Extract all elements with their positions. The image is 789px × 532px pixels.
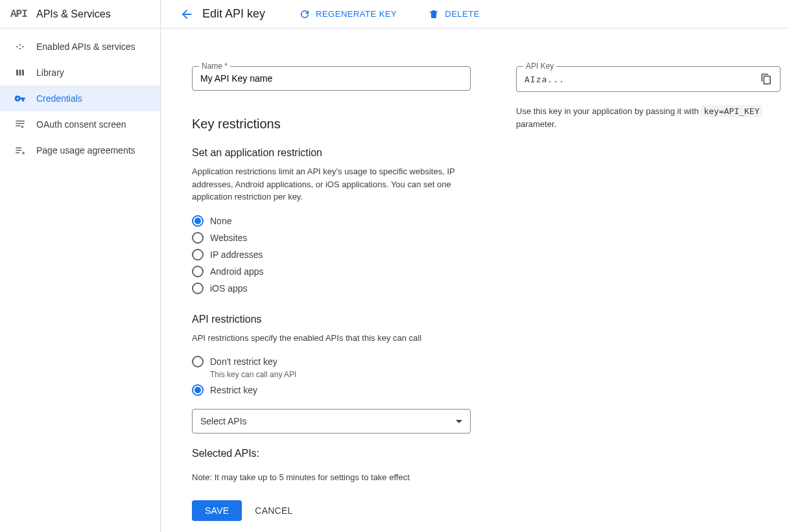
radio-label: iOS apps bbox=[210, 283, 248, 294]
radio-icon bbox=[192, 266, 204, 277]
app-restriction-option-websites[interactable]: Websites bbox=[192, 232, 471, 244]
delete-button[interactable]: DELETE bbox=[420, 3, 488, 25]
select-apis-label: Select APIs bbox=[200, 416, 247, 426]
key-restrictions-heading: Key restrictions bbox=[192, 117, 471, 132]
cancel-button[interactable]: CANCEL bbox=[242, 500, 305, 521]
form-column: Name * Key restrictions Set an applicati… bbox=[192, 61, 471, 532]
api-key-hint: Use this key in your application by pass… bbox=[516, 105, 781, 130]
app-restriction-heading: Set an application restriction bbox=[192, 147, 471, 159]
trash-icon bbox=[428, 8, 440, 20]
sidebar-item-credentials[interactable]: Credentials bbox=[0, 86, 160, 111]
sidebar-nav: Enabled APIs & services Library Credenti… bbox=[0, 29, 160, 163]
radio-icon bbox=[192, 283, 204, 294]
api-restriction-desc: API restrictions specify the enabled API… bbox=[192, 332, 458, 345]
selected-apis-heading: Selected APIs: bbox=[192, 448, 471, 459]
app-restriction-desc: Application restrictions limit an API ke… bbox=[192, 165, 458, 203]
copy-icon bbox=[760, 73, 772, 85]
settings-list-icon bbox=[13, 145, 27, 156]
app-restriction-option-android[interactable]: Android apps bbox=[192, 266, 471, 277]
app-restriction-option-ios[interactable]: iOS apps bbox=[192, 283, 471, 294]
api-logo: API bbox=[10, 8, 32, 20]
regenerate-key-label: REGENERATE KEY bbox=[316, 9, 397, 19]
copy-api-key-button[interactable] bbox=[760, 73, 772, 85]
api-restriction-option-restrict[interactable]: Restrict key bbox=[192, 384, 471, 396]
key-icon bbox=[13, 93, 27, 104]
api-key-hint-post: parameter. bbox=[516, 119, 556, 129]
sidebar-title: APIs & Services bbox=[36, 8, 111, 20]
consent-screen-icon bbox=[13, 119, 27, 130]
radio-icon bbox=[192, 384, 204, 396]
api-key-field-wrapper: API Key AIza... bbox=[516, 66, 781, 92]
radio-label: Don't restrict key bbox=[210, 356, 277, 367]
enabled-apis-icon bbox=[13, 41, 27, 52]
radio-icon bbox=[192, 215, 204, 227]
api-restriction-radio-group: Don't restrict key This key can call any… bbox=[192, 356, 471, 396]
sidebar: API APIs & Services Enabled APIs & servi… bbox=[0, 0, 161, 532]
caret-down-icon bbox=[456, 420, 462, 423]
form-actions: SAVE CANCEL bbox=[192, 500, 471, 521]
sidebar-item-label: Credentials bbox=[36, 93, 82, 104]
page-title: Edit API key bbox=[202, 7, 265, 21]
sidebar-item-label: OAuth consent screen bbox=[36, 119, 126, 130]
app-restriction-option-ip[interactable]: IP addresses bbox=[192, 249, 471, 260]
save-button[interactable]: SAVE bbox=[192, 500, 242, 521]
sidebar-item-enabled-apis[interactable]: Enabled APIs & services bbox=[0, 34, 160, 60]
app-restriction-option-none[interactable]: None bbox=[192, 215, 471, 227]
radio-label: Websites bbox=[210, 233, 247, 243]
delete-label: DELETE bbox=[445, 9, 480, 19]
refresh-icon bbox=[299, 8, 311, 20]
api-key-hint-pre: Use this key in your application by pass… bbox=[516, 106, 701, 116]
api-key-field-label: API Key bbox=[523, 62, 556, 71]
library-icon bbox=[13, 67, 27, 78]
main-area: Edit API key REGENERATE KEY DELETE Name … bbox=[161, 0, 789, 532]
radio-label: IP addresses bbox=[210, 249, 263, 260]
api-restriction-option-dont-restrict[interactable]: Don't restrict key bbox=[192, 356, 471, 367]
api-restriction-heading: API restrictions bbox=[192, 314, 471, 325]
sidebar-item-label: Library bbox=[36, 67, 64, 78]
radio-label: None bbox=[210, 216, 231, 226]
settings-delay-note: Note: It may take up to 5 minutes for se… bbox=[192, 472, 471, 482]
api-key-hint-code: key=API_KEY bbox=[701, 105, 762, 117]
sidebar-item-label: Page usage agreements bbox=[36, 145, 135, 156]
sidebar-header: API APIs & Services bbox=[0, 0, 160, 29]
name-input[interactable] bbox=[200, 73, 462, 84]
regenerate-key-button[interactable]: REGENERATE KEY bbox=[291, 3, 405, 25]
name-field-wrapper: Name * bbox=[192, 66, 471, 91]
radio-icon bbox=[192, 356, 204, 367]
name-field-label: Name * bbox=[199, 62, 230, 71]
api-key-value: AIza... bbox=[524, 75, 565, 84]
arrow-back-icon bbox=[180, 7, 194, 21]
back-button[interactable] bbox=[175, 3, 198, 26]
api-key-column: API Key AIza... Use this key in your app… bbox=[516, 61, 781, 532]
radio-icon bbox=[192, 249, 204, 260]
radio-label: Restrict key bbox=[210, 385, 257, 395]
radio-label: Android apps bbox=[210, 266, 264, 277]
sidebar-item-oauth-consent[interactable]: OAuth consent screen bbox=[0, 111, 160, 137]
sidebar-item-page-usage[interactable]: Page usage agreements bbox=[0, 137, 160, 163]
radio-sublabel: This key can call any API bbox=[210, 370, 471, 379]
select-apis-dropdown[interactable]: Select APIs bbox=[192, 409, 471, 434]
radio-icon bbox=[192, 232, 204, 244]
sidebar-item-library[interactable]: Library bbox=[0, 60, 160, 86]
content-area: Name * Key restrictions Set an applicati… bbox=[161, 29, 789, 532]
toolbar: Edit API key REGENERATE KEY DELETE bbox=[161, 0, 789, 29]
sidebar-item-label: Enabled APIs & services bbox=[36, 41, 135, 52]
app-restriction-radio-group: None Websites IP addresses Android apps bbox=[192, 215, 471, 294]
